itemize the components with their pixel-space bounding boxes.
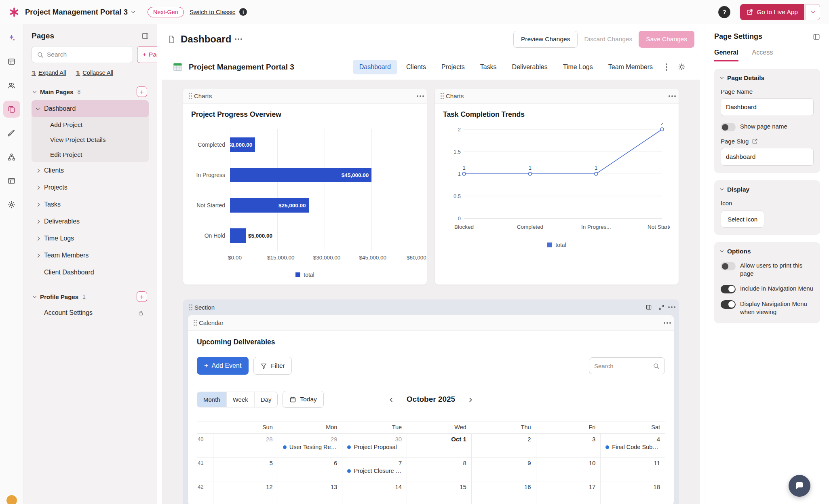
- preview-changes-button[interactable]: Preview Changes: [513, 31, 578, 48]
- brand-logo-icon[interactable]: [9, 7, 19, 17]
- sidebar-item-edit-project[interactable]: Edit Project: [32, 147, 149, 162]
- user-avatar[interactable]: [6, 494, 18, 504]
- switch-to-classic-link[interactable]: Switch to Classic: [190, 8, 235, 15]
- page-details-header[interactable]: Page Details: [721, 74, 814, 82]
- calendar-day-cell[interactable]: 3: [536, 434, 601, 457]
- sidebar-item-view-project-details[interactable]: View Project Details: [32, 132, 149, 147]
- calendar-day-cell[interactable]: 6: [278, 458, 342, 481]
- calendar-day-cell[interactable]: 5: [213, 458, 278, 481]
- nav-item-dashboard[interactable]: Dashboard: [353, 60, 397, 74]
- calendar-event[interactable]: Project Closure Docum: [347, 468, 402, 474]
- view-week-button[interactable]: Week: [226, 392, 254, 407]
- page-slug-input[interactable]: [721, 148, 814, 166]
- go-to-live-app-button[interactable]: Go to Live App: [740, 4, 804, 20]
- calendar-day-cell[interactable]: 8: [407, 458, 471, 481]
- calendar-day-cell[interactable]: 18: [600, 481, 665, 504]
- select-icon-button[interactable]: Select Icon: [721, 211, 764, 228]
- workflow-icon[interactable]: [3, 148, 20, 165]
- calendar-event[interactable]: Project Proposal: [347, 444, 402, 450]
- widget-more-icon[interactable]: [671, 95, 673, 97]
- expand-panel-icon[interactable]: [813, 33, 820, 40]
- calendar-day-cell[interactable]: 2: [471, 434, 536, 457]
- sidebar-item-client-dashboard[interactable]: Client Dashboard: [32, 264, 149, 281]
- save-changes-button[interactable]: Save Changes: [639, 31, 694, 48]
- calendar-day-cell[interactable]: 7Project Closure Docum: [342, 458, 407, 481]
- nav-item-clients[interactable]: Clients: [400, 60, 432, 74]
- bar[interactable]: $25,000.00: [230, 198, 309, 213]
- display-nav-toggle[interactable]: [721, 300, 736, 309]
- calendar-day-cell[interactable]: Oct 1: [407, 434, 471, 457]
- nav-item-time-logs[interactable]: Time Logs: [557, 60, 599, 74]
- nav-item-team-members[interactable]: Team Members: [602, 60, 659, 74]
- add-main-page-button[interactable]: +: [137, 86, 147, 97]
- calendar-day-cell[interactable]: 29User Testing Report: [278, 434, 342, 457]
- filter-button[interactable]: Filter: [253, 357, 291, 375]
- sidebar-item-account-settings[interactable]: Account Settings: [32, 304, 149, 321]
- pages-icon[interactable]: [3, 101, 20, 118]
- calendar-day-cell[interactable]: 4Final Code Submission: [600, 434, 665, 457]
- calendar-event[interactable]: User Testing Report: [283, 444, 338, 450]
- collapse-all-link[interactable]: ⇅Collapse All: [76, 70, 113, 76]
- today-button[interactable]: Today: [283, 391, 323, 408]
- discard-changes-button[interactable]: Discard Changes: [584, 36, 632, 43]
- calendar-day-cell[interactable]: 30Project Proposal: [342, 434, 407, 457]
- calendar-day-cell[interactable]: 28: [213, 434, 278, 457]
- nav-item-tasks[interactable]: Tasks: [474, 60, 503, 74]
- live-app-dropdown-button[interactable]: [806, 4, 820, 20]
- sidebar-item-tasks[interactable]: Tasks: [32, 196, 149, 213]
- view-day-button[interactable]: Day: [254, 392, 278, 407]
- help-button[interactable]: ?: [718, 6, 730, 18]
- tables-icon[interactable]: [3, 53, 20, 70]
- widget-more-icon[interactable]: [667, 322, 668, 324]
- next-month-button[interactable]: ›: [467, 394, 474, 404]
- drag-handle-icon[interactable]: [189, 93, 190, 94]
- add-page-button[interactable]: + Page: [137, 46, 157, 63]
- external-link-icon[interactable]: [752, 138, 758, 144]
- panels-icon[interactable]: [3, 172, 20, 189]
- main-pages-header[interactable]: Main Pages 8 +: [32, 84, 149, 99]
- nav-item-projects[interactable]: Projects: [435, 60, 471, 74]
- sidebar-item-team-members[interactable]: Team Members: [32, 247, 149, 264]
- chat-launcher[interactable]: [789, 475, 810, 497]
- calendar-day-cell[interactable]: 12: [213, 481, 278, 504]
- bar[interactable]: $45,000.00: [230, 168, 371, 182]
- sidebar-item-time-logs[interactable]: Time Logs: [32, 230, 149, 247]
- calendar-day-cell[interactable]: 10: [536, 458, 601, 481]
- display-header[interactable]: Display: [721, 186, 814, 193]
- sidebar-item-deliverables[interactable]: Deliverables: [32, 213, 149, 230]
- info-icon[interactable]: i: [239, 8, 247, 16]
- tab-general[interactable]: General: [714, 49, 738, 61]
- calendar-day-cell[interactable]: 17: [536, 481, 601, 504]
- profile-pages-header[interactable]: Profile Pages 1 +: [32, 289, 149, 304]
- settings-gear-icon[interactable]: [3, 196, 20, 213]
- layout-columns-icon[interactable]: [645, 304, 652, 310]
- bar[interactable]: $5,000.00: [230, 228, 246, 243]
- widget-more-icon[interactable]: [420, 95, 421, 97]
- calendar-event[interactable]: Final Code Submission: [605, 444, 660, 450]
- calendar-day-cell[interactable]: 9: [471, 458, 536, 481]
- theme-sun-icon[interactable]: [674, 63, 690, 71]
- calendar-day-cell[interactable]: 14: [342, 481, 407, 504]
- drag-handle-icon[interactable]: [441, 93, 442, 94]
- users-icon[interactable]: [3, 77, 20, 94]
- sidebar-item-clients[interactable]: Clients: [32, 162, 149, 179]
- sidebar-item-projects[interactable]: Projects: [32, 179, 149, 196]
- bar[interactable]: $8,000.00: [230, 137, 255, 152]
- page-name-input[interactable]: [721, 98, 814, 116]
- page-more-icon[interactable]: [238, 38, 239, 40]
- tab-access[interactable]: Access: [752, 49, 773, 61]
- sidebar-item-dashboard[interactable]: Dashboard: [32, 100, 149, 117]
- expand-section-icon[interactable]: [658, 304, 664, 310]
- calendar-day-cell[interactable]: 11: [600, 458, 665, 481]
- allow-print-toggle[interactable]: [721, 262, 736, 270]
- ai-assistant-icon[interactable]: [3, 29, 20, 46]
- view-month-button[interactable]: Month: [197, 392, 226, 407]
- workspace-switcher[interactable]: Project Management Portal 3: [25, 8, 135, 17]
- nav-overflow-icon[interactable]: [662, 66, 671, 68]
- appearance-brush-icon[interactable]: [3, 124, 20, 141]
- expand-all-link[interactable]: ⇅Expand All: [32, 70, 66, 76]
- nav-item-deliverables[interactable]: Deliverables: [506, 60, 554, 74]
- show-page-name-toggle[interactable]: [721, 123, 736, 131]
- page-search-input[interactable]: [47, 51, 128, 58]
- calendar-search-input[interactable]: [594, 363, 650, 369]
